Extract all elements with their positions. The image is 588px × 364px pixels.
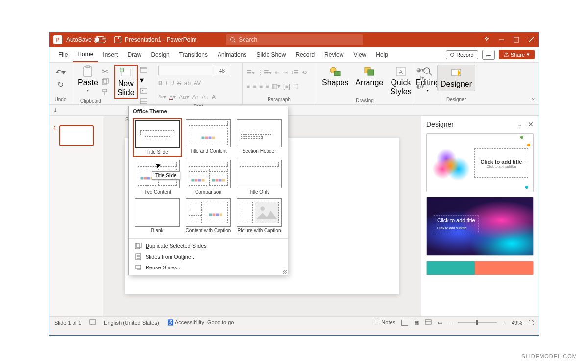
tab-draw[interactable]: Draw [122, 47, 146, 62]
paste-button[interactable]: Paste ▾ [76, 65, 100, 94]
spellcheck-icon[interactable] [89, 319, 96, 326]
cut-icon[interactable]: ✂ [102, 67, 109, 76]
font-color-icon[interactable]: A▾ [169, 94, 176, 100]
shapes-button[interactable]: Shapes [320, 65, 350, 88]
copy-icon[interactable] [102, 78, 109, 87]
layout-comparison[interactable]: Comparison [184, 159, 233, 195]
underline-icon[interactable]: U [170, 80, 174, 87]
tab-help[interactable]: Help [371, 47, 393, 62]
record-button[interactable]: Record [446, 50, 478, 59]
strike-icon[interactable]: S [177, 80, 181, 87]
line-spacing-icon[interactable]: ↕☰ [291, 69, 299, 76]
text-direction-icon[interactable]: ⟲ [302, 69, 307, 76]
collapse-ribbon-icon[interactable]: ⌄ [531, 95, 536, 101]
format-painter-icon[interactable] [102, 89, 109, 97]
tab-insert[interactable]: Insert [98, 47, 122, 62]
smartart-icon[interactable]: ⬚ [293, 83, 298, 90]
case-icon[interactable]: Aa▾ [179, 94, 189, 100]
redo-icon[interactable]: ↻ [57, 80, 64, 89]
zoom-slider[interactable] [458, 322, 497, 323]
reset-icon[interactable] [140, 87, 150, 96]
bold-icon[interactable]: B [158, 80, 163, 87]
font-size-selector[interactable]: 48 [214, 66, 230, 75]
drawing-group-label: Drawing [320, 97, 410, 103]
slides-from-outline-item[interactable]: Slides from Outline... [129, 251, 288, 262]
comments-button[interactable] [482, 50, 495, 60]
tab-review[interactable]: Review [319, 47, 348, 62]
chevron-down-icon[interactable]: ⌄ [517, 121, 522, 128]
quick-styles-button[interactable]: A Quick Styles [388, 65, 414, 97]
tab-slideshow[interactable]: Slide Show [251, 47, 291, 62]
indent-less-icon[interactable]: ⇤ [275, 69, 280, 76]
accessibility-status[interactable]: ♿ Accessibility: Good to go [167, 319, 234, 326]
app-window: P AutoSave Off Presentation1 - PowerPoin… [49, 32, 539, 336]
layout-title-content[interactable]: Title and Content [184, 118, 233, 157]
fit-to-window-icon[interactable]: ⛶ [528, 320, 534, 326]
layout-icon[interactable]: ▾ [140, 67, 150, 85]
layout-title-only[interactable]: Title Only [235, 159, 284, 195]
align-right-icon[interactable]: ≡ [259, 83, 263, 90]
spacing-icon[interactable]: AV [194, 80, 201, 87]
search-input[interactable]: Search [226, 34, 363, 45]
tab-design[interactable]: Design [146, 47, 174, 62]
sorter-view-icon[interactable]: ▦ [414, 319, 419, 326]
language-status[interactable]: English (United States) [104, 320, 159, 326]
designer-button[interactable]: Designer [437, 65, 475, 91]
shrink-font-icon[interactable]: A↓ [202, 94, 209, 100]
align-left-icon[interactable]: ≡ [246, 83, 250, 90]
zoom-out-icon[interactable]: − [448, 320, 451, 326]
design-suggestion-1[interactable]: Click to add titleClick to add subtitle [426, 133, 534, 192]
slideshow-view-icon[interactable]: ▭ [438, 319, 442, 326]
font-selector[interactable] [158, 66, 212, 75]
close-icon[interactable]: ✕ [528, 121, 534, 128]
sparkle-icon[interactable] [483, 36, 490, 44]
italic-icon[interactable]: I [166, 80, 167, 87]
thumbnail-pane[interactable]: 1 [49, 116, 103, 316]
arrange-button[interactable]: Arrange [353, 65, 385, 88]
design-suggestion-3[interactable] [426, 261, 534, 275]
maximize-button[interactable] [513, 36, 520, 43]
layout-blank[interactable]: Blank [133, 197, 182, 234]
minimize-button[interactable] [498, 36, 505, 43]
design-suggestion-2[interactable]: Click to add titleClick to add subtitle [426, 197, 534, 256]
resize-grip-icon[interactable] [283, 270, 287, 274]
duplicate-slides-item[interactable]: Duplicate Selected Slides [129, 241, 288, 251]
close-button[interactable] [528, 36, 535, 43]
zoom-in-icon[interactable]: + [503, 320, 506, 326]
shadow-icon[interactable]: ab [184, 80, 191, 87]
toggle-off-icon[interactable]: Off [94, 36, 106, 43]
tab-file[interactable]: File [53, 47, 73, 62]
undo-icon[interactable]: ↶▾ [55, 68, 66, 77]
align-text-icon[interactable]: [≡] [283, 83, 290, 90]
tab-transitions[interactable]: Transitions [174, 47, 213, 62]
layout-picture-caption[interactable]: Picture with Caption [235, 197, 284, 234]
tab-view[interactable]: View [348, 47, 371, 62]
indent-more-icon[interactable]: ⇥ [283, 69, 288, 76]
grow-font-icon[interactable]: A↑ [192, 94, 199, 100]
new-slide-button[interactable]: New Slide [114, 65, 138, 99]
reuse-slides-item[interactable]: Reuse Slides... [129, 262, 288, 273]
save-icon[interactable] [114, 36, 121, 43]
reading-view-icon[interactable] [425, 319, 432, 326]
tab-record[interactable]: Record [291, 47, 319, 62]
zoom-level[interactable]: 49% [512, 320, 522, 326]
layout-title-slide[interactable]: Title Slide [133, 118, 182, 157]
bullets-icon[interactable]: ☰▾ [246, 69, 255, 76]
tab-animations[interactable]: Animations [213, 47, 251, 62]
align-center-icon[interactable]: ≡ [253, 83, 256, 90]
svg-rect-16 [140, 67, 147, 72]
share-button[interactable]: Share▾ [499, 50, 535, 59]
justify-icon[interactable]: ≡ [266, 83, 269, 90]
notes-button[interactable]: ≣ Notes [375, 319, 395, 326]
slide-thumbnail[interactable]: 1 [53, 125, 99, 146]
numbering-icon[interactable]: ⋮☰▾ [258, 69, 272, 76]
layout-content-caption[interactable]: Content with Caption [184, 197, 233, 234]
tab-home[interactable]: Home [73, 47, 98, 62]
columns-icon[interactable]: ▥▾ [272, 83, 280, 90]
autosave-toggle[interactable]: AutoSave Off [66, 36, 106, 43]
qat-dropdown-icon[interactable]: ⤓ [53, 107, 57, 113]
normal-view-icon[interactable] [401, 320, 408, 326]
clear-format-icon[interactable]: A̷ [212, 94, 216, 100]
highlight-icon[interactable]: ✎▾ [158, 94, 166, 100]
layout-section-header[interactable]: Section Header [235, 118, 284, 157]
